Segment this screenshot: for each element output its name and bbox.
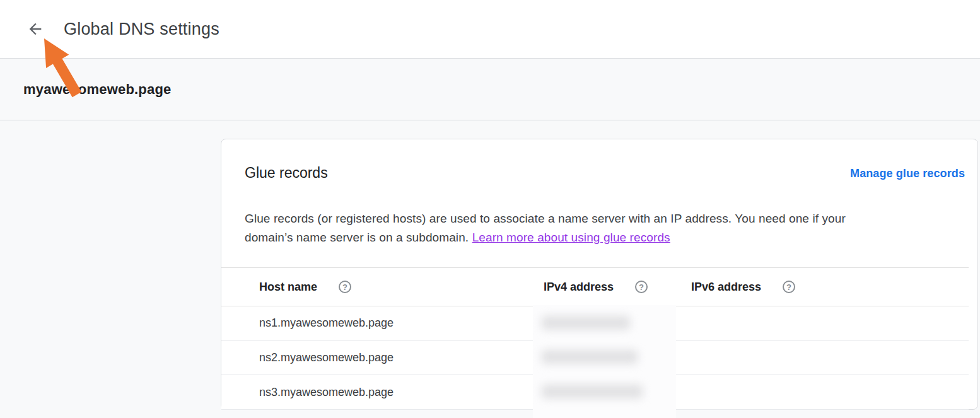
domain-name: myawesomeweb.page	[23, 81, 172, 98]
column-header-host-name: Host name ?	[221, 281, 544, 294]
arrow-left-icon	[26, 20, 44, 38]
learn-more-link[interactable]: Learn more about using glue records	[472, 231, 670, 244]
description-line1: Glue records (or registered hosts) are u…	[245, 209, 846, 228]
column-header-ipv6: IPv6 address ?	[691, 281, 969, 294]
host-name-value: ns3.myawesomeweb.page	[259, 386, 544, 399]
help-icon[interactable]: ?	[635, 281, 648, 293]
redacted-ipv4-blur	[542, 316, 630, 330]
page-title: Global DNS settings	[64, 20, 219, 39]
ipv6-label: IPv6 address	[691, 281, 761, 294]
description-line2-text: domain’s name server is on a subdomain.	[245, 231, 472, 244]
redacted-ipv4-blur	[542, 350, 638, 364]
redaction-blur-overlay	[533, 305, 676, 418]
table-header-row: Host name ? IPv4 address ? IPv6 address …	[221, 267, 969, 306]
card-title: Glue records	[245, 165, 328, 182]
back-button[interactable]	[26, 20, 44, 38]
host-name-label: Host name	[259, 281, 317, 294]
column-header-ipv4: IPv4 address ?	[544, 281, 691, 294]
help-icon[interactable]: ?	[783, 281, 795, 293]
domain-bar: myawesomeweb.page	[0, 59, 980, 120]
host-name-value: ns1.myawesomeweb.page	[259, 316, 544, 330]
ipv4-label: IPv4 address	[544, 281, 614, 294]
help-icon[interactable]: ?	[339, 281, 351, 293]
host-name-value: ns2.myawesomeweb.page	[259, 351, 544, 364]
app-header: Global DNS settings	[0, 0, 980, 59]
description-line2: domain’s name server is on a subdomain. …	[245, 228, 846, 247]
redacted-ipv4-blur	[542, 385, 643, 398]
manage-glue-records-link[interactable]: Manage glue records	[850, 167, 965, 180]
glue-records-description: Glue records (or registered hosts) are u…	[245, 209, 846, 247]
